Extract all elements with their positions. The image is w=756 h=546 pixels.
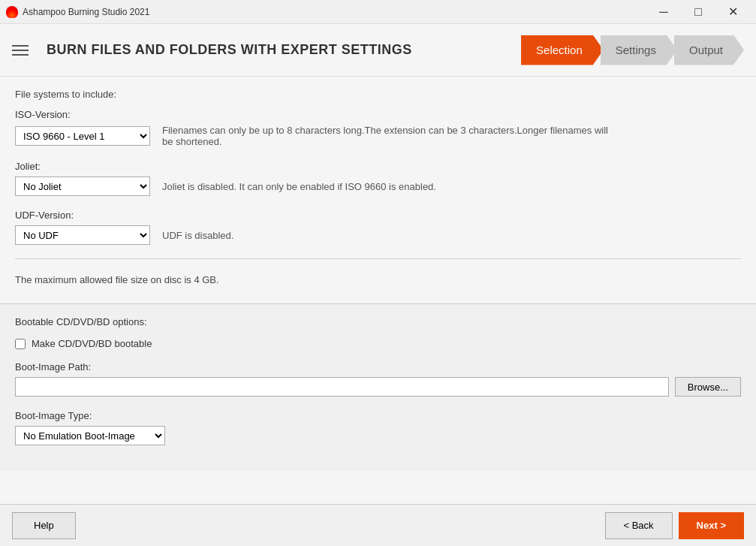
boot-image-type-select[interactable]: No Emulation Boot-Image1.2 MB Floppy Emu… — [15, 426, 165, 445]
joliet-group: Joliet: No JolietJoliet Joliet is disabl… — [15, 161, 741, 196]
boot-image-path-group: Boot-Image Path: Browse... — [15, 361, 741, 397]
boot-image-type-group: Boot-Image Type: No Emulation Boot-Image… — [15, 410, 741, 445]
app-title: Ashampoo Burning Studio 2021 — [23, 7, 646, 17]
wizard-step-settings[interactable]: Settings — [601, 35, 677, 65]
iso-version-label: ISO-Version: — [15, 109, 741, 120]
bootable-section-label: Bootable CD/DVD/BD options: — [15, 316, 741, 327]
iso-version-row: ISO 9660 - Level 1ISO 9660 - Level 2ISO … — [15, 125, 741, 147]
file-size-info: The maximum allowed file size on disc is… — [15, 268, 741, 291]
menu-button[interactable] — [12, 38, 36, 62]
joliet-description: Joliet is disabled. It can only be enabl… — [162, 181, 436, 192]
wizard-step-output[interactable]: Output — [674, 35, 744, 65]
boot-image-path-label: Boot-Image Path: — [15, 361, 741, 373]
close-button[interactable]: ✕ — [715, 0, 750, 24]
iso-version-select[interactable]: ISO 9660 - Level 1ISO 9660 - Level 2ISO … — [15, 126, 150, 146]
boot-image-path-input[interactable] — [15, 377, 669, 397]
section-divider — [15, 258, 741, 259]
file-systems-label: File systems to include: — [15, 89, 741, 100]
hamburger-line-3 — [12, 54, 29, 56]
iso-version-group: ISO-Version: ISO 9660 - Level 1ISO 9660 … — [15, 109, 741, 147]
wizard-steps: Selection Settings Output — [521, 24, 744, 76]
hamburger-line-2 — [12, 50, 29, 51]
maximize-button[interactable]: □ — [681, 0, 715, 24]
minimize-button[interactable]: ─ — [646, 0, 681, 24]
udf-version-row: No UDFUDF 1.02UDF 1.5UDF 2.01 UDF is dis… — [15, 225, 741, 245]
browse-button[interactable]: Browse... — [675, 377, 741, 397]
udf-version-group: UDF-Version: No UDFUDF 1.02UDF 1.5UDF 2.… — [15, 210, 741, 245]
joliet-row: No JolietJoliet Joliet is disabled. It c… — [15, 176, 741, 196]
bootable-section: Bootable CD/DVD/BD options: Make CD/DVD/… — [0, 303, 756, 471]
udf-version-label: UDF-Version: — [15, 210, 741, 221]
iso-version-description: Filenames can only be up to 8 characters… — [162, 125, 613, 147]
boot-image-path-row: Browse... — [15, 377, 741, 397]
footer: Help < Back Next > — [0, 504, 756, 546]
main-content: File systems to include: ISO-Version: IS… — [0, 77, 756, 504]
footer-right: < Back Next > — [605, 512, 745, 539]
app-icon — [6, 6, 18, 18]
make-bootable-checkbox[interactable] — [15, 339, 26, 349]
joliet-label: Joliet: — [15, 161, 741, 172]
joliet-select[interactable]: No JolietJoliet — [15, 176, 150, 196]
next-button[interactable]: Next > — [679, 512, 744, 539]
back-button[interactable]: < Back — [605, 512, 673, 539]
make-bootable-label: Make CD/DVD/BD bootable — [32, 338, 152, 349]
page-title: BURN FILES AND FOLDERS WITH EXPERT SETTI… — [47, 42, 521, 58]
wizard-step-selection[interactable]: Selection — [521, 35, 604, 65]
udf-description: UDF is disabled. — [162, 230, 233, 241]
app-header: BURN FILES AND FOLDERS WITH EXPERT SETTI… — [0, 24, 756, 77]
hamburger-line-1 — [12, 45, 29, 47]
window-controls: ─ □ ✕ — [646, 0, 750, 24]
footer-left: Help — [12, 512, 605, 539]
help-button[interactable]: Help — [12, 512, 76, 539]
boot-image-type-label: Boot-Image Type: — [15, 410, 741, 421]
udf-version-select[interactable]: No UDFUDF 1.02UDF 1.5UDF 2.01 — [15, 225, 150, 245]
make-bootable-row: Make CD/DVD/BD bootable — [15, 338, 741, 349]
file-systems-section: File systems to include: ISO-Version: IS… — [0, 77, 756, 303]
title-bar: Ashampoo Burning Studio 2021 ─ □ ✕ — [0, 0, 756, 24]
